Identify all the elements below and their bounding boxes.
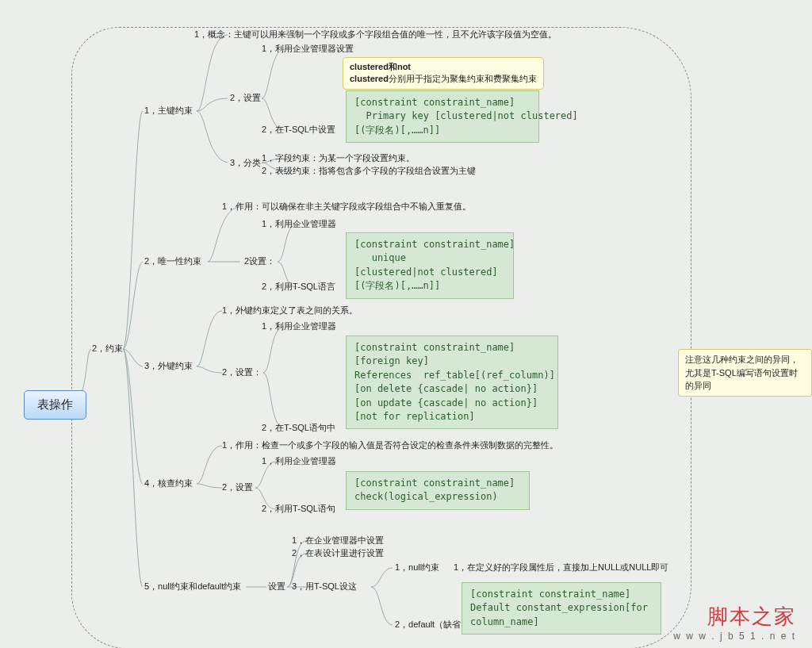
node-unique[interactable]: 2，唯一性约束: [144, 255, 201, 267]
watermark: 脚本之家 w w w . j b 5 1 . n e t: [673, 603, 796, 642]
pk-class-1: 1，字段约束：为某一个字段设置约束。: [262, 152, 415, 164]
pk-classify[interactable]: 3，分类: [230, 157, 261, 169]
side-note: 注意这几种约束之间的异同， 尤其是T-SQL编写语句设置时的异同: [678, 349, 812, 397]
fk-settings[interactable]: 2，设置：: [222, 366, 262, 378]
nd-set-1: 1，在企业管理器中设置: [292, 535, 384, 546]
unique-code: [constraint constraint_name] unique [clu…: [346, 232, 514, 299]
fk-set-2: 2，在T-SQL语句中: [262, 422, 335, 434]
nd-set-3: 3，用T-SQL设这: [292, 581, 357, 592]
check-settings[interactable]: 2，设置: [222, 481, 253, 493]
pk-callout: clustered和not clusteredclustered分别用于指定为聚…: [343, 57, 544, 90]
pk-class-2: 2，表级约束：指将包含多个字段的字段组合设置为主键: [262, 165, 476, 177]
nd-null-text: 1，在定义好的字段属性后，直接加上NULL或NULL即可: [454, 562, 668, 573]
fk-set-1: 1，利用企业管理器: [262, 320, 336, 332]
node-check[interactable]: 4，核查约束: [144, 477, 193, 489]
unique-set-1: 1，利用企业管理器: [262, 218, 336, 230]
pk-set-tsql: 2，在T-SQL中设置: [262, 124, 335, 136]
nd-set-2: 2，在表设计里进行设置: [292, 547, 384, 559]
pk-set-eman: 1，利用企业管理器设置: [262, 43, 354, 55]
watermark-url: w w w . j b 5 1 . n e t: [673, 631, 796, 642]
pk-settings[interactable]: 2，设置: [230, 92, 261, 104]
node-constraints[interactable]: 2，约束: [92, 343, 123, 355]
nd-null[interactable]: 1，null约束: [395, 562, 439, 573]
unique-purpose: 1，作用：可以确保在非主关键字段或字段组合中不输入重复值。: [222, 201, 471, 213]
node-nulldefault[interactable]: 5，null约束和default约束: [144, 581, 241, 592]
fk-def: 1，外键约束定义了表之间的关系。: [222, 305, 358, 316]
root-node[interactable]: 表操作: [24, 390, 86, 420]
check-code: [constraint constraint_name] check(logic…: [346, 471, 530, 510]
pk-concept: 1，概念：主键可以用来强制一个字段或多个字段组合值的唯一性，且不允许该字段值为空…: [194, 29, 557, 40]
nd-settings[interactable]: 设置: [268, 581, 285, 592]
check-purpose: 1，作用：检查一个或多个字段的输入值是否符合设定的检查条件来强制数据的完整性。: [222, 439, 558, 451]
unique-settings[interactable]: 2设置：: [244, 255, 275, 267]
node-pk[interactable]: 1，主键约束: [144, 105, 193, 117]
pk-code: [constraint constraint_name] Primary key…: [346, 90, 539, 143]
check-set-2: 2，利用T-SQL语句: [262, 503, 335, 515]
unique-set-2: 2，利用T-SQL语言: [262, 281, 335, 293]
node-fk[interactable]: 3，外键约束: [144, 360, 193, 372]
nd-default-code: [constraint constraint_name] Default con…: [462, 582, 661, 635]
check-set-1: 1，利用企业管理器: [262, 455, 336, 467]
watermark-text: 脚本之家: [673, 603, 796, 631]
fk-code: [constraint constraint_name] [foreign ke…: [346, 336, 558, 429]
